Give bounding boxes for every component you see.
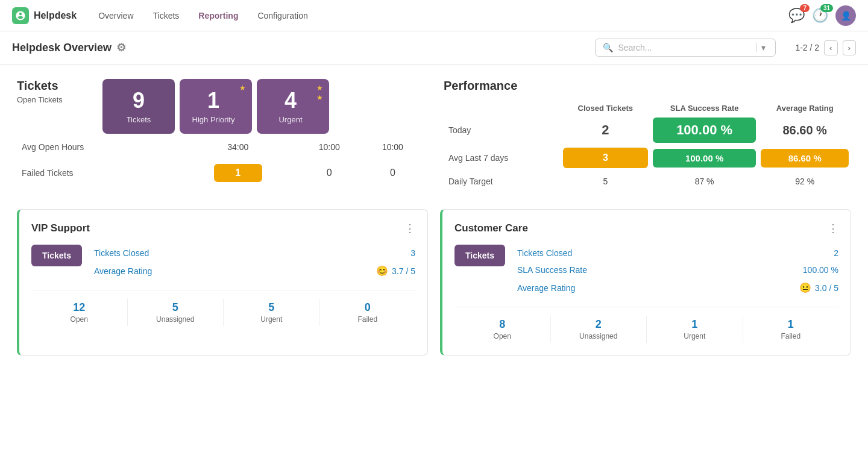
- daily-label: Daily Target: [444, 171, 561, 192]
- nav-configuration[interactable]: Configuration: [250, 7, 315, 24]
- customer-stats: Tickets Closed 2 SLA Success Rate 100.00…: [517, 245, 838, 297]
- nav-links: Overview Tickets Reporting Configuration: [91, 7, 315, 24]
- brand-name: Helpdesk: [34, 10, 77, 21]
- card-2-stars: ★ ★: [316, 84, 323, 102]
- col-header-rating: Average Rating: [758, 98, 851, 115]
- pagination-next[interactable]: ›: [843, 40, 856, 55]
- vip-rating-value: 😊3.7 / 5: [376, 265, 415, 277]
- open-tickets-label: Open Tickets: [17, 95, 95, 104]
- vip-rating-label: Average Rating: [94, 266, 152, 276]
- search-input[interactable]: [618, 43, 749, 52]
- chat-notification-btn[interactable]: 💬 7: [788, 8, 805, 24]
- nav-overview[interactable]: Overview: [91, 7, 140, 24]
- failed-val-0[interactable]: 1: [178, 158, 298, 188]
- vip-header: VIP Support ⋮: [31, 222, 415, 235]
- tickets-card-1[interactable]: ★ 1 High Priority: [180, 79, 252, 134]
- failed-val-1: 0: [298, 158, 361, 188]
- performance-table: Closed Tickets SLA Success Rate Average …: [444, 98, 851, 192]
- team-section: VIP Support ⋮ Tickets Tickets Closed 3 A…: [17, 209, 851, 356]
- customer-urgent[interactable]: 1 Urgent: [647, 316, 743, 343]
- vip-closed-label: Tickets Closed: [94, 248, 149, 258]
- avg7-sla: 100.00 %: [650, 145, 759, 171]
- card-0-value: 9: [115, 89, 163, 113]
- avg-val-0: 34:00: [178, 136, 298, 158]
- main-content: Tickets Open Tickets 9 Tickets ★ 1: [0, 64, 868, 370]
- page-title-text: Helpdesk Overview: [12, 42, 112, 54]
- card-0-label: Tickets: [115, 115, 163, 124]
- customer-failed[interactable]: 1 Failed: [743, 316, 839, 343]
- col-header-closed: Closed Tickets: [561, 98, 650, 115]
- card-1-stars: ★: [239, 84, 246, 92]
- customer-tickets-button[interactable]: Tickets: [454, 245, 505, 266]
- customer-sla-value: 100.00 %: [803, 265, 838, 275]
- settings-icon[interactable]: ⚙: [116, 41, 126, 54]
- tickets-table: Avg Open Hours 34:00 10:00 10:00 Failed …: [17, 136, 424, 188]
- customer-stat-closed[interactable]: Tickets Closed 2: [517, 245, 838, 262]
- failed-label: Failed Tickets: [17, 158, 178, 188]
- card-1-value: 1: [192, 89, 235, 113]
- customer-stat-sla[interactable]: SLA Success Rate 100.00 %: [517, 262, 838, 278]
- customer-header: Customer Care ⋮: [454, 222, 838, 235]
- customer-rating-value: 😐3.0 / 5: [799, 282, 838, 293]
- daily-sla: 87 %: [650, 171, 759, 192]
- customer-title: Customer Care: [454, 222, 528, 234]
- pagination-prev[interactable]: ‹: [824, 40, 837, 55]
- brand[interactable]: Helpdesk: [12, 7, 77, 24]
- nav-tickets[interactable]: Tickets: [146, 7, 187, 24]
- vip-urgent[interactable]: 5 Urgent: [224, 299, 320, 326]
- vip-open[interactable]: 12 Open: [31, 299, 128, 326]
- daily-row: Daily Target 5 87 % 92 %: [444, 171, 851, 192]
- customer-bottom: 8 Open 2 Unassigned 1 Urgent 1 Failed: [454, 307, 838, 343]
- tickets-card-0[interactable]: 9 Tickets: [102, 79, 175, 134]
- customer-sla-label: SLA Success Rate: [517, 265, 587, 275]
- vip-stat-rating[interactable]: Average Rating 😊3.7 / 5: [94, 262, 415, 280]
- avg7-rating: 86.60 %: [758, 145, 851, 171]
- col-header-sla: SLA Success Rate: [650, 98, 759, 115]
- vip-stat-closed[interactable]: Tickets Closed 3: [94, 245, 415, 262]
- clock-badge: 31: [820, 4, 833, 12]
- customer-menu-btn[interactable]: ⋮: [828, 222, 838, 235]
- customer-body: Tickets Tickets Closed 2 SLA Success Rat…: [454, 245, 838, 297]
- today-rating: 86.60 %: [758, 115, 851, 145]
- tickets-metrics: Tickets Open Tickets 9 Tickets ★ 1: [17, 79, 424, 192]
- today-row: Today 2 100.00 % 86.60 %: [444, 115, 851, 145]
- perf-section-title: Performance: [444, 79, 851, 93]
- avg-val-1: 10:00: [298, 136, 361, 158]
- customer-closed-label: Tickets Closed: [517, 248, 572, 258]
- daily-closed: 5: [561, 171, 650, 192]
- customer-open[interactable]: 8 Open: [454, 316, 551, 343]
- vip-bottom: 12 Open 5 Unassigned 5 Urgent 0 Failed: [31, 290, 415, 326]
- avg7-row: Avg Last 7 days 3 100.00 % 86.60 %: [444, 145, 851, 171]
- subheader: Helpdesk Overview ⚙ 🔍 ▾ 1-2 / 2 ‹ ›: [0, 31, 868, 64]
- avg-label: Avg Open Hours: [17, 136, 178, 158]
- card-1-label: High Priority: [192, 115, 235, 124]
- vip-tickets-button[interactable]: Tickets: [31, 245, 82, 266]
- today-label: Today: [444, 115, 561, 145]
- team-card-customer: Customer Care ⋮ Tickets Tickets Closed 2…: [440, 209, 851, 356]
- navbar-right: 💬 7 🕐 31 👤: [788, 5, 856, 26]
- today-closed: 2: [561, 115, 650, 145]
- avg7-closed: 3: [561, 145, 650, 171]
- user-avatar[interactable]: 👤: [835, 5, 856, 26]
- tickets-card-2[interactable]: ★ ★ 4 Urgent: [257, 79, 329, 134]
- vip-stats: Tickets Closed 3 Average Rating 😊3.7 / 5: [94, 245, 415, 280]
- vip-failed[interactable]: 0 Failed: [320, 299, 416, 326]
- card-2-label: Urgent: [269, 115, 312, 124]
- tickets-cards: 9 Tickets ★ 1 High Priority ★: [102, 79, 329, 134]
- metrics-section: Tickets Open Tickets 9 Tickets ★ 1: [17, 79, 851, 192]
- tickets-section-title: Tickets: [17, 79, 95, 93]
- vip-menu-btn[interactable]: ⋮: [404, 222, 415, 235]
- vip-closed-value: 3: [410, 248, 415, 258]
- search-dropdown-btn[interactable]: ▾: [756, 43, 768, 52]
- today-sla: 100.00 %: [650, 115, 759, 145]
- brand-icon: [12, 7, 29, 24]
- nav-reporting[interactable]: Reporting: [191, 7, 245, 24]
- vip-unassigned[interactable]: 5 Unassigned: [128, 299, 224, 326]
- avg7-label: Avg Last 7 days: [444, 145, 561, 171]
- clock-notification-btn[interactable]: 🕐 31: [812, 8, 828, 24]
- avg-val-2: 10:00: [361, 136, 424, 158]
- pagination-label: 1-2 / 2: [795, 43, 819, 52]
- customer-stat-rating[interactable]: Average Rating 😐3.0 / 5: [517, 278, 838, 297]
- chat-badge: 7: [800, 4, 810, 12]
- customer-unassigned[interactable]: 2 Unassigned: [551, 316, 647, 343]
